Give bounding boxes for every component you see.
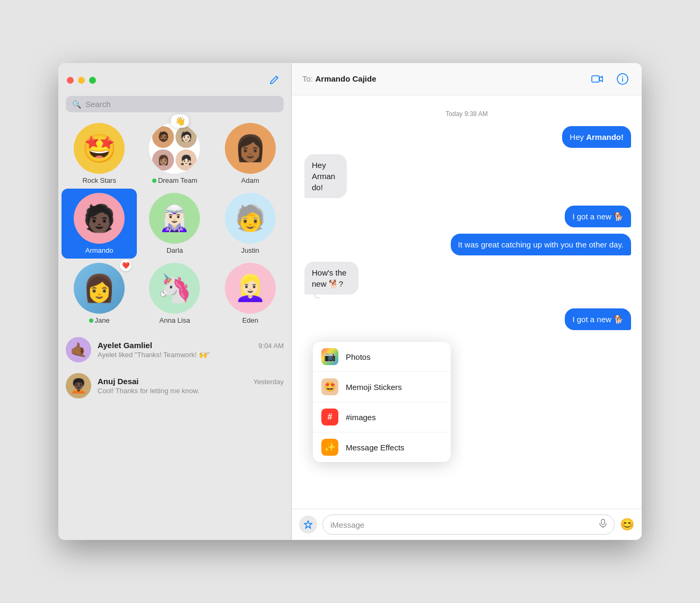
popover-label-photos: Photos — [346, 352, 371, 361]
conversation-list: 🤙🏾 Ayelet Gamliel 9:04 AM Ayelet liked "… — [58, 332, 291, 540]
window-controls — [67, 77, 96, 84]
msg-bubble-4: It was great catching up with you the ot… — [451, 234, 631, 255]
contact-name-anna-lisa: Anna Lisa — [160, 316, 190, 324]
jane-online-dot — [89, 318, 93, 323]
audio-icon — [599, 519, 607, 530]
photos-icon: 📷 — [321, 348, 338, 365]
contact-name-rock-stars: Rock Stars — [82, 176, 116, 184]
contact-name-armando: Armando — [85, 246, 113, 254]
fullscreen-button[interactable] — [89, 77, 96, 84]
wave-bubble: 👋 — [171, 114, 189, 128]
convo-content-ayelet: Ayelet Gamliel 9:04 AM Ayelet liked "Tha… — [98, 341, 284, 359]
popover-label-memoji: Memoji Stickers — [346, 383, 402, 392]
online-indicator — [152, 179, 156, 183]
msg-row-2: Hey Armando! — [304, 154, 370, 198]
contact-rock-stars[interactable]: 🤩 Rock Stars — [62, 119, 137, 189]
convo-header-ayelet: Ayelet Gamliel 9:04 AM — [98, 341, 284, 350]
avatar-darla: 🧝🏻‍♀️ — [149, 193, 200, 244]
group-sub-4: 👧🏻 — [176, 149, 197, 171]
chat-header: To: Armando Cajide — [292, 63, 642, 95]
msg-bubble-6: I got a new 🐕 — [565, 308, 631, 330]
contact-adam[interactable]: 👩🏾 Adam — [213, 119, 288, 189]
chat-header-name: Armando Cajide — [315, 74, 376, 83]
contact-dream-team[interactable]: 👋 🧔🏾 🧑🏻 👩🏽 👧🏻 Dream Team — [137, 119, 212, 189]
avatar-eden: 👱🏻‍♀️ — [225, 263, 276, 314]
contact-armando[interactable]: 🧑🏿 Armando — [62, 189, 137, 259]
msg-row-4: It was great catching up with you the ot… — [302, 234, 631, 255]
popover-item-effects[interactable]: ✨ Message Effects — [313, 432, 451, 462]
search-bar: 🔍 — [66, 96, 284, 112]
search-icon: 🔍 — [72, 100, 81, 109]
chat-input-area: 😊 — [292, 509, 642, 540]
msg-row-6: I got a new 🐕 — [302, 308, 631, 330]
contact-grid: 🤩 Rock Stars 👋 🧔🏾 🧑🏻 👩🏽 👧🏻 Dream Team — [58, 119, 291, 329]
info-button[interactable] — [614, 70, 631, 87]
popover-item-photos[interactable]: 📷 Photos — [313, 342, 451, 372]
contact-darla[interactable]: 🧝🏻‍♀️ Darla — [137, 189, 212, 259]
close-button[interactable] — [67, 77, 74, 84]
to-label: To: — [302, 74, 313, 83]
avatar-ayelet: 🤙🏾 — [66, 337, 91, 362]
typing-container: How's the new 🐕? ╰ — [304, 262, 388, 302]
contact-jane[interactable]: ❤️ 👩 Jane — [62, 259, 137, 329]
contact-name-eden: Eden — [242, 316, 258, 324]
msg-bubble-1: Hey Armando! — [562, 126, 631, 148]
minimize-button[interactable] — [78, 77, 85, 84]
convo-preview-anuj: Cool! Thanks for letting me know. — [98, 387, 284, 395]
convo-content-anuj: Anuj Desai Yesterday Cool! Thanks for le… — [98, 377, 284, 395]
chat-messages: Today 9:38 AM Hey Armando! Hey Armando! … — [292, 95, 642, 509]
msg-bubble-3: I got a new 🐕 — [565, 206, 631, 227]
message-input[interactable] — [330, 520, 595, 529]
contact-name-darla: Darla — [167, 246, 183, 254]
video-call-button[interactable] — [589, 70, 606, 87]
convo-item-ayelet[interactable]: 🤙🏾 Ayelet Gamliel 9:04 AM Ayelet liked "… — [58, 332, 291, 368]
app-window: 🔍 🤩 Rock Stars 👋 🧔🏾 🧑🏻 👩🏽 👧🏻 — [58, 63, 642, 540]
contact-anna-lisa[interactable]: 🦄 Anna Lisa — [137, 259, 212, 329]
msg-bubble-2: Hey Armando! — [304, 154, 347, 198]
effects-icon: ✨ — [321, 439, 338, 456]
popover-item-memoji[interactable]: 🤩 Memoji Stickers — [313, 372, 451, 402]
timestamp: Today 9:38 AM — [302, 110, 631, 118]
convo-item-anuj[interactable]: 🧑🏿‍🦱 Anuj Desai Yesterday Cool! Thanks f… — [58, 368, 291, 404]
svg-point-2 — [622, 76, 623, 77]
avatar-justin: 🧓 — [225, 193, 276, 244]
left-panel: 🔍 🤩 Rock Stars 👋 🧔🏾 🧑🏻 👩🏽 👧🏻 — [58, 63, 292, 540]
popover-menu: 📷 Photos 🤩 Memoji Stickers # #images ✨ M… — [313, 342, 451, 462]
avatar-adam: 👩🏾 — [225, 123, 276, 174]
memoji-icon: 🤩 — [321, 378, 338, 395]
compose-button[interactable] — [266, 72, 283, 88]
convo-time-anuj: Yesterday — [253, 378, 284, 386]
contact-name-dream-team: Dream Team — [152, 176, 197, 184]
group-sub-3: 👩🏽 — [152, 149, 174, 171]
images-icon: # — [321, 409, 338, 425]
contact-eden[interactable]: 👱🏻‍♀️ Eden — [213, 259, 288, 329]
msg-row-3: I got a new 🐕 — [302, 206, 631, 227]
popover-item-images[interactable]: # #images — [313, 402, 451, 432]
avatar-dream-team: 🧔🏾 🧑🏻 👩🏽 👧🏻 — [149, 123, 200, 174]
group-sub-1: 🧔🏾 — [152, 126, 174, 148]
group-sub-2: 🧑🏻 — [176, 126, 197, 148]
avatar-armando: 🧑🏿 — [74, 193, 125, 244]
contact-name-jane: Jane — [89, 316, 110, 324]
avatar-anuj: 🧑🏿‍🦱 — [66, 373, 91, 398]
svg-rect-3 — [601, 519, 605, 525]
convo-header-anuj: Anuj Desai Yesterday — [98, 377, 284, 386]
convo-name-ayelet: Ayelet Gamliel — [98, 341, 152, 350]
chat-header-recipient: To: Armando Cajide — [302, 74, 377, 84]
message-input-wrap — [322, 515, 615, 535]
reply-thread: Hey Armando! — [304, 154, 631, 201]
msg-row-1: Hey Armando! — [302, 126, 631, 148]
titlebar — [58, 63, 291, 93]
app-store-button[interactable] — [299, 516, 317, 534]
popover-label-images: #images — [346, 413, 376, 422]
contact-name-adam: Adam — [241, 176, 259, 184]
avatar-anna-lisa: 🦄 — [149, 263, 200, 314]
emoji-button[interactable]: 😊 — [620, 518, 634, 531]
contact-justin[interactable]: 🧓 Justin — [213, 189, 288, 259]
avatar-jane: 👩 — [74, 263, 125, 314]
svg-rect-0 — [592, 76, 599, 82]
contact-name-justin: Justin — [241, 246, 259, 254]
search-input[interactable] — [85, 100, 277, 109]
popover-label-effects: Message Effects — [346, 443, 405, 452]
avatar-rock-stars: 🤩 — [74, 123, 125, 174]
